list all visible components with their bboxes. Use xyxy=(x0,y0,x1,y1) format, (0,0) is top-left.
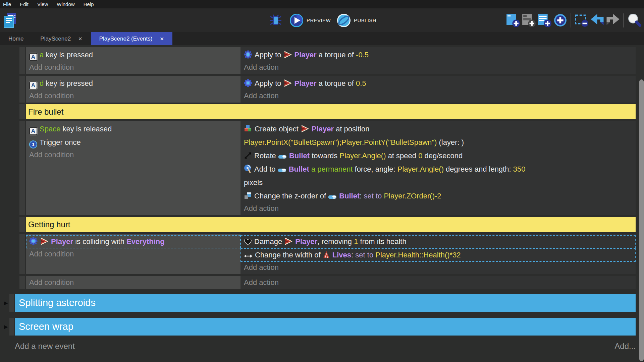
event-gutter xyxy=(19,76,25,103)
condition-instruction[interactable]: Player is colliding with Everything xyxy=(26,235,240,248)
action-instruction[interactable]: Change the width of Lives: set to Player… xyxy=(240,248,636,262)
action-instruction[interactable]: Apply to Player a torque of 0.5 xyxy=(240,77,636,90)
rotate-icon xyxy=(244,152,252,160)
text-segment: Change the width of xyxy=(255,251,323,259)
text-segment: Lives xyxy=(332,251,351,259)
text-segment: Space xyxy=(40,125,60,133)
action-instruction[interactable]: Apply to Player a torque of -0.5 xyxy=(240,48,636,62)
text-segment: Apply to xyxy=(255,79,283,87)
text-segment: Bullet xyxy=(289,165,309,173)
action-instruction[interactable]: Rotate Bullet towards Player.Angle() at … xyxy=(240,149,636,163)
publish-label: PUBLISH xyxy=(354,17,376,23)
menu-bar: FileEditViewWindowHelp xyxy=(0,0,644,8)
collapse-arrow-icon[interactable]: ▶ xyxy=(4,294,9,312)
event-gutter xyxy=(9,294,14,312)
add-condition-link[interactable]: Add condition xyxy=(26,277,240,288)
text-segment: at position xyxy=(334,125,369,133)
preview-button[interactable]: PREVIEW xyxy=(289,13,331,27)
text-segment: Apply to xyxy=(255,51,283,59)
text-segment: key is pressed xyxy=(44,51,93,59)
toolbar-separator xyxy=(571,13,571,27)
text-segment: Player.Health::Health()*32 xyxy=(373,251,461,259)
tab-home[interactable]: Home xyxy=(0,32,32,45)
text-segment: key is pressed xyxy=(44,79,93,87)
add-new-icon[interactable] xyxy=(552,12,568,28)
text-segment: Bullet xyxy=(339,192,360,200)
add-subevent-icon[interactable] xyxy=(521,12,537,28)
add-condition-link[interactable]: Add condition xyxy=(26,248,240,260)
condition-instruction[interactable]: 1Trigger once xyxy=(26,136,240,149)
publish-button[interactable]: PUBLISH xyxy=(337,13,376,27)
menu-window[interactable]: Window xyxy=(52,0,79,8)
text-segment: at speed xyxy=(386,152,419,160)
collapse-arrow-icon[interactable]: ▶ xyxy=(4,318,9,336)
add-action-link[interactable]: Add action xyxy=(240,277,636,288)
width-icon xyxy=(244,253,253,259)
tab-label: Home xyxy=(8,36,23,42)
undo-icon[interactable] xyxy=(589,12,605,28)
event-block: Aa key is pressedAdd conditionApply to P… xyxy=(19,47,636,74)
text-segment: Player.Angle() xyxy=(397,165,444,173)
conditions-column: Add condition xyxy=(26,276,240,289)
action-instruction[interactable]: Create object Player at position Player.… xyxy=(240,122,636,149)
text-segment: -0.5 xyxy=(356,51,369,59)
add-action-link[interactable]: Add action xyxy=(240,62,636,73)
add-comment-icon[interactable] xyxy=(537,12,552,28)
redo-icon[interactable] xyxy=(605,12,621,28)
action-instruction[interactable]: Change the z-order of Bullet: set to Pla… xyxy=(240,189,636,203)
text-segment: 0 xyxy=(418,152,422,160)
keyboard-icon: A xyxy=(29,127,37,135)
add-action-link[interactable]: Add action xyxy=(240,203,636,214)
zorder-icon xyxy=(244,192,252,200)
event-block: ASpace key is released1Trigger onceAdd c… xyxy=(19,121,636,215)
create-object-icon xyxy=(244,124,252,133)
add-event-icon[interactable] xyxy=(505,12,521,28)
group-row: ▶Screen wrap xyxy=(4,318,636,336)
project-manager-icon[interactable] xyxy=(3,12,17,28)
action-instruction[interactable]: Damage Player, removing 1 from its healt… xyxy=(240,235,636,248)
player-icon xyxy=(283,79,292,87)
comment-bar[interactable]: Getting hurt xyxy=(26,217,636,232)
add-action-link[interactable]: Add action xyxy=(240,90,636,102)
action-instruction[interactable]: Add to Bullet a permanent force, angle: … xyxy=(240,163,636,189)
tab-playscene2-events[interactable]: PlayScene2 (Events)✕ xyxy=(91,32,172,45)
physics-icon xyxy=(244,79,252,87)
add-condition-link[interactable]: Add condition xyxy=(26,90,240,102)
menu-help[interactable]: Help xyxy=(79,0,98,8)
text-segment: Trigger once xyxy=(40,138,81,146)
tab-playscene2[interactable]: PlayScene2✕ xyxy=(32,32,91,45)
delete-selection-icon[interactable] xyxy=(574,12,589,28)
debugger-icon[interactable] xyxy=(268,12,283,28)
add-condition-link[interactable]: Add condition xyxy=(26,62,240,73)
vertical-scrollbar[interactable] xyxy=(639,79,644,361)
tab-label: PlayScene2 (Events) xyxy=(99,36,153,42)
close-tab-icon[interactable]: ✕ xyxy=(160,36,164,42)
comment-bar[interactable]: Fire bullet xyxy=(26,104,636,119)
event-gutter xyxy=(19,217,25,232)
bullet-icon xyxy=(278,154,287,160)
close-tab-icon[interactable]: ✕ xyxy=(78,36,83,42)
menu-file[interactable]: File xyxy=(0,0,15,8)
bullet-icon xyxy=(328,194,337,200)
search-icon[interactable] xyxy=(626,12,642,28)
physics-icon xyxy=(244,50,252,59)
events-sheet: Aa key is pressedAdd conditionApply to P… xyxy=(0,45,644,362)
physics-icon xyxy=(29,237,38,245)
menu-edit[interactable]: Edit xyxy=(15,0,33,8)
condition-instruction[interactable]: Ad key is pressed xyxy=(26,77,240,90)
text-segment: 1 xyxy=(354,237,358,246)
menu-view[interactable]: View xyxy=(33,0,52,8)
add-condition-link[interactable]: Add condition xyxy=(26,149,240,161)
text-segment: towards xyxy=(310,152,339,160)
player-icon xyxy=(283,51,292,59)
group-bar[interactable]: Screen wrap xyxy=(15,318,636,336)
toolbar-right xyxy=(505,12,642,28)
add-new-event-link[interactable]: Add a new event xyxy=(15,342,75,351)
add-action-link[interactable]: Add action xyxy=(240,262,636,273)
add-more-link[interactable]: Add... xyxy=(614,342,636,351)
text-segment: Bullet xyxy=(289,152,310,160)
event-block: Ad key is pressedAdd conditionApply to P… xyxy=(19,76,636,103)
condition-instruction[interactable]: ASpace key is released xyxy=(26,122,240,136)
group-bar[interactable]: Splitting asteroids xyxy=(15,294,636,312)
condition-instruction[interactable]: Aa key is pressed xyxy=(26,48,240,62)
